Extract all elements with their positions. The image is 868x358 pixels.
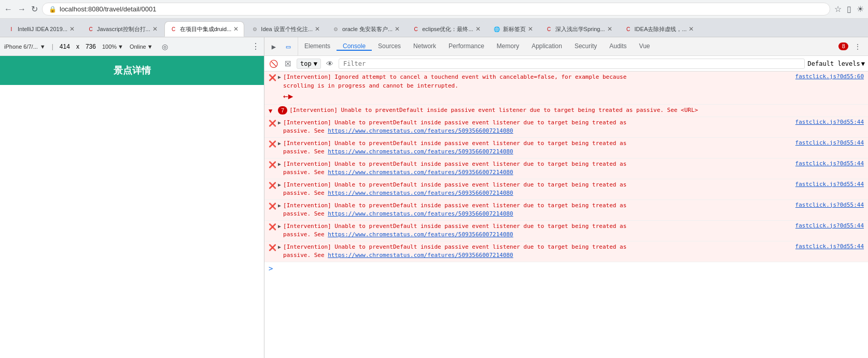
tab-close-icon[interactable]: ✕ [315,25,320,33]
height-value[interactable]: 736 [86,43,96,50]
sensor-icon-btn[interactable]: ◎ [159,41,171,52]
console-message-file[interactable]: fastclick.js?0d55:44 [795,160,864,167]
console-link[interactable]: https://www.chromestatus.com/features/50… [328,252,513,259]
console-message-text: [Intervention] Ignored attempt to cancel… [283,73,791,103]
devtools-action-icons: ▶ ▭ [264,37,298,55]
device-dropdown-icon: ▼ [40,44,46,50]
console-prompt[interactable]: > [264,262,868,275]
device-mode-icon-btn[interactable]: ▭ [282,40,295,53]
tab-idea-dotted[interactable]: C IDEA去除掉虚线，... ✕ [619,21,700,37]
tab-application[interactable]: Application [525,42,568,51]
expand-icon[interactable]: ▶ [278,161,281,167]
console-message-file[interactable]: fastclick.js?0d55:44 [795,181,864,188]
levels-selector[interactable]: Default levels ▼ [808,60,865,67]
expand-icon[interactable]: ▶ [278,244,281,250]
console-link[interactable]: https://www.chromestatus.com/features/50… [328,210,513,217]
tab-close-icon[interactable]: ✕ [233,25,239,33]
expand-icon[interactable]: ▶ [278,223,281,229]
console-message-file[interactable]: fastclick.js?0d55:44 [795,243,864,250]
forward-icon[interactable]: → [18,5,26,14]
tab-spring[interactable]: C 深入浅出学Spring... ✕ [540,21,618,37]
console-link[interactable]: https://www.chromestatus.com/features/50… [328,190,513,196]
width-value[interactable]: 414 [60,43,70,50]
zoom-selector[interactable]: 100% ▼ [102,44,123,50]
console-link[interactable]: https://www.chromestatus.com/features/50… [328,231,513,238]
inspect-icon-btn[interactable]: ▶ [268,40,280,53]
console-message-text: [Intervention] Unable to preventDefault … [283,243,791,260]
tab-close-icon[interactable]: ✕ [528,25,533,33]
tab-favicon: C [412,25,419,33]
console-link[interactable]: https://www.chromestatus.com/features/50… [328,127,513,134]
tab-console[interactable]: Console [337,42,372,51]
tab-close-icon[interactable]: ✕ [152,25,158,33]
tab-eclipse[interactable]: C eclipse优化：最终... ✕ [407,21,486,37]
console-message-file[interactable]: fastclick.js?0d55:44 [795,202,864,208]
console-message-file[interactable]: fastclick.js?0d55:60 [795,73,864,80]
x-label: x [76,43,79,50]
console-message-file[interactable]: fastclick.js?0d55:44 [795,222,864,229]
back-icon[interactable]: ← [4,5,12,14]
filter-input[interactable] [339,59,805,69]
console-messages[interactable]: ❌ ▶ [Intervention] Ignored attempt to ca… [264,71,868,358]
tab-performance[interactable]: Performance [442,42,491,51]
tab-label: IDEA去除掉虚线，... [635,25,687,33]
error-icon: ❌ [269,74,276,81]
tab-js-console[interactable]: C Javascript控制台打... ✕ [81,21,163,37]
cast-icon[interactable]: ▯ [847,4,851,14]
tab-favicon: C [170,25,177,33]
tab-vue[interactable]: Vue [633,42,656,51]
network-selector[interactable]: Online ▼ [130,44,153,50]
tabs-bar: I IntelliJ IDEA 2019... ✕ C Javascript控制… [0,19,868,37]
tab-close-icon[interactable]: ✕ [689,25,694,33]
console-message: ❌ ▶ [Intervention] Unable to preventDefa… [264,117,868,138]
error-icon: ❌ [269,203,276,210]
network-dropdown-icon: ▼ [147,44,153,50]
tab-favicon: ⚙ [332,25,340,33]
context-selector[interactable]: top ▼ [297,59,321,69]
console-link[interactable]: https://www.chromestatus.com/features/50… [328,169,513,176]
refresh-icon[interactable]: ↻ [31,4,38,14]
tab-sources[interactable]: Sources [372,42,407,51]
lock-icon: 🔒 [49,6,57,13]
star-icon[interactable]: ☆ [834,4,842,14]
tab-network[interactable]: Network [407,42,442,51]
page-header: 景点详情 [0,56,264,85]
tab-close-icon[interactable]: ✕ [69,25,75,33]
console-link[interactable]: https://www.chromestatus.com/features/50… [328,148,513,155]
tab-intellij[interactable]: I IntelliJ IDEA 2019... ✕ [2,21,80,37]
tab-audits[interactable]: Audits [603,42,633,51]
tab-security[interactable]: Security [568,42,603,51]
tab-close-icon[interactable]: ✕ [475,25,481,33]
devtools-top-bar: ▶ ▭ Elements Console Sources Network Per… [264,37,868,56]
expand-icon[interactable]: ▶ [278,120,281,125]
filter-toggle-btn[interactable]: ☒ [282,58,293,69]
tab-memory[interactable]: Memory [491,42,525,51]
tab-druid[interactable]: C 在项目中集成druid... ✕ [164,21,245,37]
expand-icon[interactable]: ▶ [278,203,281,208]
console-message: ❌ ▶ [Intervention] Unable to preventDefa… [264,179,868,200]
expand-icon[interactable]: ▶ [278,74,281,80]
device-selector[interactable]: iPhone 6/7/... ▼ [4,44,46,50]
console-message-file[interactable]: fastclick.js?0d55:44 [795,139,864,146]
console-message-text: [Intervention] Unable to preventDefault … [283,139,791,156]
tab-favicon: ⚙ [251,25,258,33]
address-input[interactable]: 🔒 localhost:8080/travel/detail/0001 [42,3,830,16]
console-message-file[interactable]: fastclick.js?0d55:44 [795,119,864,125]
tab-elements[interactable]: Elements [298,42,337,51]
devtools-more-icon[interactable]: ⋮ [851,40,864,53]
tab-close-icon[interactable]: ✕ [395,25,400,33]
error-icon: ❌ [269,161,276,168]
expand-icon[interactable]: ▶ [278,140,281,146]
console-message: ❌ ▶ [Intervention] Unable to preventDefa… [264,159,868,179]
group-count-badge: 7 [278,106,287,114]
tab-idea-settings[interactable]: ⚙ Idea 设置个性化注... ✕ [245,21,326,37]
tab-oracle[interactable]: ⚙ oracle 免安装客户... ✕ [327,21,405,37]
address-bar: ← → ↻ 🔒 localhost:8080/travel/detail/000… [0,0,868,19]
eye-btn[interactable]: 👁 [324,58,335,69]
more-options-icon[interactable]: ⋮ [251,41,260,51]
tab-new[interactable]: 🌐 新标签页 ✕ [487,21,539,37]
expand-icon[interactable]: ▶ [278,182,281,188]
profile-icon[interactable]: ☀ [857,4,864,14]
clear-console-btn[interactable]: 🚫 [268,58,279,69]
tab-close-icon[interactable]: ✕ [607,25,612,33]
